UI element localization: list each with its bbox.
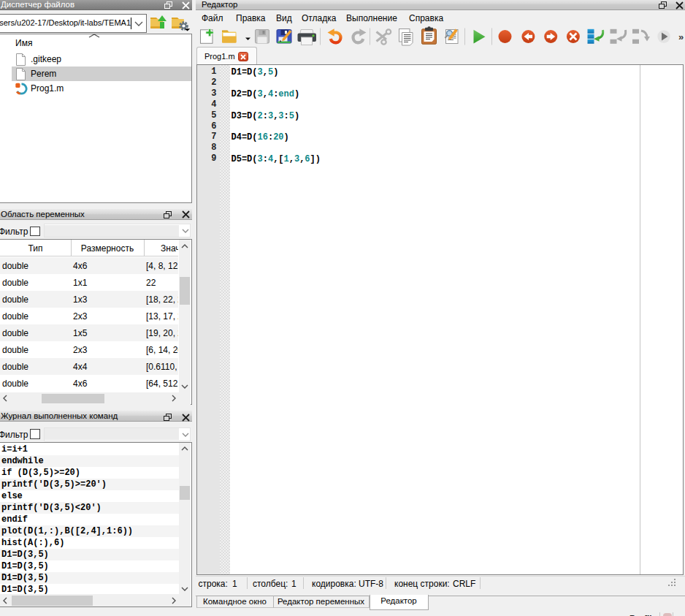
svg-text:»: » <box>678 31 684 42</box>
